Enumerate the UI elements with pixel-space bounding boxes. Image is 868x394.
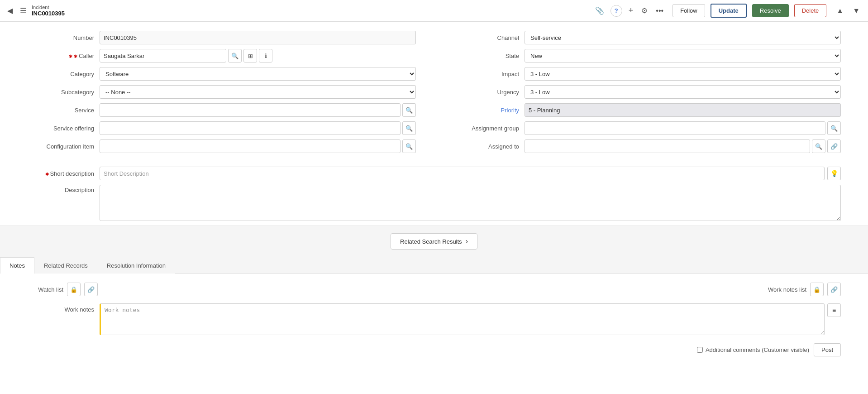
- caller-field-group: ✱ Caller 🔍 ⊞ ℹ: [27, 49, 434, 62]
- service-field-group: Service 🔍: [27, 103, 434, 117]
- service-offering-search-button[interactable]: 🔍: [402, 121, 416, 135]
- incident-number: INC0010395: [32, 10, 65, 17]
- config-item-search-button[interactable]: 🔍: [402, 139, 416, 153]
- watchlist-link-button[interactable]: 🔗: [84, 283, 98, 296]
- assigned-to-search-icon: 🔍: [815, 143, 822, 150]
- assigned-to-search-button[interactable]: 🔍: [812, 139, 825, 153]
- delete-button[interactable]: Delete: [794, 4, 827, 17]
- related-search-button[interactable]: Related Search Results ›: [391, 233, 477, 250]
- impact-select[interactable]: 1 - High 2 - Medium 3 - Low: [525, 67, 841, 81]
- menu-button[interactable]: ☰: [18, 5, 28, 17]
- work-notes-row: Work notes Work notes ≡: [27, 303, 841, 335]
- service-input[interactable]: [100, 103, 401, 117]
- config-item-field-group: Configuration item 🔍: [27, 139, 434, 153]
- category-select[interactable]: Software Hardware Network Database: [100, 67, 416, 81]
- service-offering-search-icon: 🔍: [405, 125, 413, 132]
- form-row-service-priority: Service 🔍 Priority 5 - Planning: [27, 103, 841, 117]
- additional-comments-checkbox-label: Additional comments (Customer visible): [697, 346, 809, 353]
- state-label: State: [452, 53, 525, 59]
- service-offering-field-group: Service offering 🔍: [27, 121, 434, 135]
- header: ◀ ☰ Incident INC0010395 📎 ? + ⚙ ••• Foll…: [0, 0, 868, 22]
- priority-value-group: 5 - Planning: [525, 103, 841, 117]
- header-left: ◀ ☰ Incident INC0010395: [5, 5, 590, 17]
- work-notes-textarea[interactable]: Work notes: [100, 303, 825, 335]
- channel-label: Channel: [452, 34, 525, 41]
- service-search-button[interactable]: 🔍: [402, 103, 416, 117]
- nav-up-icon: ▲: [836, 7, 844, 14]
- work-notes-list-link-button[interactable]: 🔗: [827, 283, 841, 296]
- short-description-input[interactable]: [100, 167, 825, 180]
- additional-comments-row: Additional comments (Customer visible) P…: [27, 340, 841, 356]
- attachment-button[interactable]: 📎: [593, 5, 606, 17]
- filter-button[interactable]: ⚙: [639, 5, 649, 17]
- nav-down-button[interactable]: ▼: [850, 5, 863, 17]
- urgency-value-group: 1 - High 2 - Medium 3 - Low: [525, 85, 841, 99]
- state-select[interactable]: New In Progress On Hold Resolved Closed: [525, 49, 841, 62]
- back-button[interactable]: ◀: [5, 5, 14, 17]
- work-notes-template-button[interactable]: ≡: [827, 303, 841, 317]
- urgency-select[interactable]: 1 - High 2 - Medium 3 - Low: [525, 85, 841, 99]
- assignment-group-input[interactable]: [525, 121, 825, 135]
- category-label: Category: [27, 71, 100, 77]
- more-button[interactable]: •••: [654, 5, 665, 17]
- config-item-search-icon: 🔍: [405, 143, 413, 150]
- work-notes-list-lock-button[interactable]: 🔒: [810, 283, 824, 296]
- additional-comments-checkbox[interactable]: [697, 347, 703, 353]
- work-notes-list-section: Work notes list 🔒 🔗: [438, 283, 841, 296]
- work-notes-value-group: Work notes ≡: [100, 303, 841, 335]
- caller-profile-button[interactable]: ⊞: [243, 49, 257, 62]
- assigned-to-link-button[interactable]: 🔗: [827, 139, 841, 153]
- service-offering-label: Service offering: [27, 125, 100, 132]
- caller-search-button[interactable]: 🔍: [228, 49, 242, 62]
- service-offering-input[interactable]: [100, 121, 401, 135]
- description-textarea[interactable]: [100, 185, 841, 221]
- assigned-to-input[interactable]: [525, 139, 810, 153]
- short-description-label: ✱ Short description: [27, 170, 100, 177]
- impact-value-group: 1 - High 2 - Medium 3 - Low: [525, 67, 841, 81]
- help-button[interactable]: ?: [610, 5, 622, 17]
- short-description-row: ✱ Short description 💡: [27, 167, 841, 180]
- header-title: Incident INC0010395: [32, 5, 65, 17]
- assigned-to-value-group: 🔍 🔗: [525, 139, 841, 153]
- short-description-suggest-button[interactable]: 💡: [827, 167, 841, 180]
- caller-input[interactable]: [100, 49, 226, 62]
- watchlist-link-icon: 🔗: [87, 286, 95, 293]
- channel-select[interactable]: Self-service Email Phone Chat: [525, 31, 841, 44]
- subcategory-value-group: -- None --: [100, 85, 416, 99]
- follow-button[interactable]: Follow: [672, 4, 705, 17]
- config-item-value-group: 🔍: [100, 139, 416, 153]
- priority-label[interactable]: Priority: [452, 107, 525, 114]
- form-row-caller-state: ✱ Caller 🔍 ⊞ ℹ State New In Progr: [27, 49, 841, 62]
- post-button[interactable]: Post: [814, 343, 841, 356]
- urgency-label: Urgency: [452, 89, 525, 96]
- tab-notes[interactable]: Notes: [0, 257, 34, 274]
- tab-related-records[interactable]: Related Records: [34, 257, 97, 274]
- assigned-to-label: Assigned to: [452, 143, 525, 150]
- config-item-label: Configuration item: [27, 143, 100, 150]
- service-value-group: 🔍: [100, 103, 416, 117]
- caller-info-button[interactable]: ℹ: [259, 49, 272, 62]
- attachment-icon: 📎: [595, 6, 604, 15]
- category-field-group: Category Software Hardware Network Datab…: [27, 67, 434, 81]
- nav-down-icon: ▼: [853, 7, 860, 14]
- watchlist-row: Watch list 🔒 🔗 Work notes list 🔒 🔗: [27, 283, 841, 296]
- subcategory-select[interactable]: -- None --: [100, 85, 416, 99]
- number-input[interactable]: [100, 31, 416, 44]
- number-label: Number: [27, 34, 100, 41]
- state-value-group: New In Progress On Hold Resolved Closed: [525, 49, 841, 62]
- nav-up-button[interactable]: ▲: [834, 5, 846, 17]
- tab-resolution-information[interactable]: Resolution Information: [97, 257, 175, 274]
- channel-value-group: Self-service Email Phone Chat: [525, 31, 841, 44]
- add-button[interactable]: +: [627, 4, 635, 17]
- number-value-group: [100, 31, 416, 44]
- service-search-icon: 🔍: [405, 107, 413, 114]
- assignment-group-search-button[interactable]: 🔍: [827, 121, 841, 135]
- update-button[interactable]: Update: [711, 4, 747, 18]
- resolve-button[interactable]: Resolve: [752, 4, 789, 17]
- caller-label: ✱ Caller: [27, 53, 100, 59]
- config-item-input[interactable]: [100, 139, 401, 153]
- form-row-number-channel: Number Channel Self-service Email Phone …: [27, 31, 841, 44]
- watchlist-lock-button[interactable]: 🔒: [67, 283, 81, 296]
- form-row-subcategory-urgency: Subcategory -- None -- Urgency 1 - High …: [27, 85, 841, 99]
- description-label: Description: [27, 185, 100, 193]
